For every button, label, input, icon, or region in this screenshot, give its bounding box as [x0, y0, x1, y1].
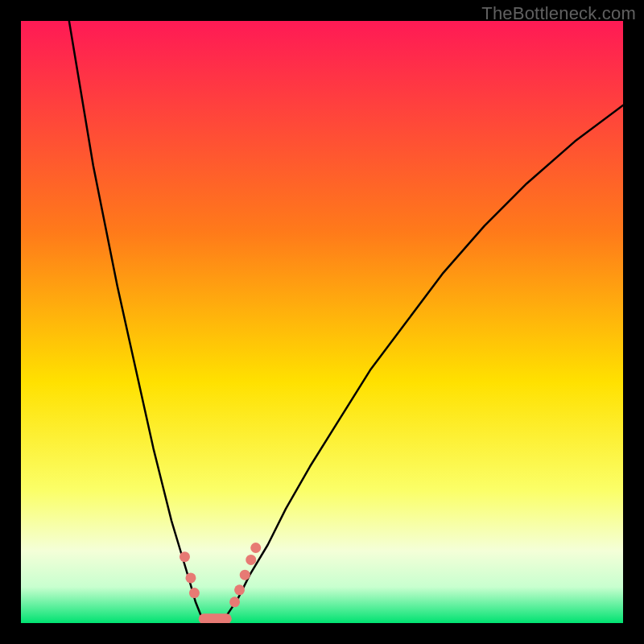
chart-svg	[21, 21, 623, 623]
plot-area	[21, 21, 623, 623]
gradient-background	[21, 21, 623, 623]
marker-dot	[246, 555, 256, 565]
watermark-text: TheBottleneck.com	[481, 3, 636, 24]
marker-dot	[185, 572, 196, 583]
marker-bottom-bar	[199, 613, 232, 623]
marker-dot	[180, 551, 190, 562]
marker-dot	[229, 597, 240, 607]
marker-dot	[250, 543, 261, 553]
marker-dot	[189, 588, 200, 598]
marker-dot	[234, 584, 245, 595]
chart-frame: TheBottleneck.com	[0, 0, 644, 644]
marker-dot	[240, 570, 250, 580]
